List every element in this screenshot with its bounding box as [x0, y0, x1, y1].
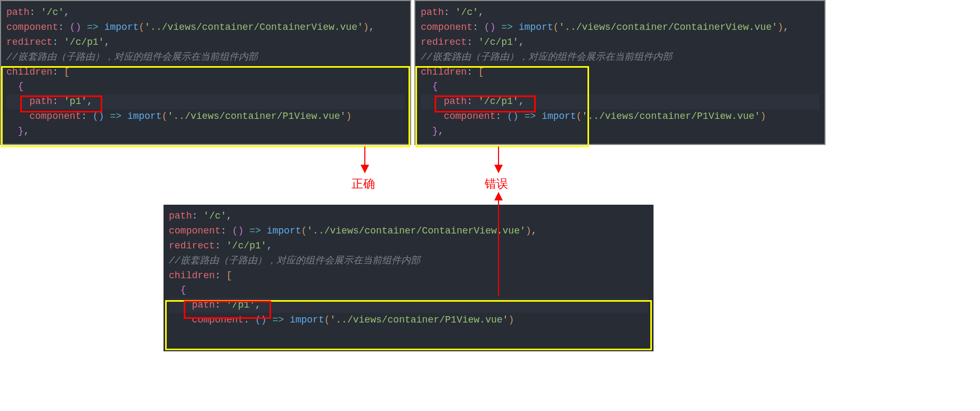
code-line: {: [421, 79, 819, 94]
code-line: path: '/c',: [6, 5, 405, 20]
code-comment: //嵌套路由（子路由），对应的组件会展示在当前组件内部: [169, 254, 648, 269]
code-block-2: path: '/c', component: () => import('../…: [414, 0, 826, 145]
code-line: },: [421, 124, 819, 139]
code-line: {: [6, 79, 405, 94]
code-line: children: [: [169, 269, 648, 284]
code-line: children: [: [421, 65, 819, 80]
code-line: component: () => import('../views/contai…: [421, 20, 819, 35]
code-line: redirect: '/c/p1',: [421, 35, 819, 50]
code-line: path: '/c/p1',: [421, 94, 819, 109]
code-line: component: () => import('../views/contai…: [6, 20, 405, 35]
arrow-down-icon: [360, 147, 370, 173]
code-line: component: () => import('../views/contai…: [6, 109, 405, 124]
code-block-1: path: '/c', component: () => import('../…: [0, 0, 411, 145]
code-line: component: () => import('../views/contai…: [421, 109, 819, 124]
code-block-3: path: '/c', component: () => import('../…: [164, 205, 654, 351]
code-line: path: '/c',: [169, 209, 648, 224]
label-wrong: 错误: [485, 176, 508, 192]
code-line: redirect: '/c/p1',: [169, 239, 648, 254]
code-line: redirect: '/c/p1',: [6, 35, 405, 50]
code-line: path: '/c',: [421, 5, 819, 20]
code-line: component: () => import('../views/contai…: [169, 313, 648, 328]
code-line: component: () => import('../views/contai…: [169, 224, 648, 239]
code-line: path: 'p1',: [6, 94, 405, 109]
code-line: {: [169, 283, 648, 298]
code-line: children: [: [6, 65, 405, 80]
code-comment: //嵌套路由（子路由），对应的组件会展示在当前组件内部: [421, 50, 819, 65]
code-line: path: '/p1',: [169, 298, 648, 313]
label-correct: 正确: [352, 176, 375, 192]
arrow-down-icon: [493, 147, 504, 173]
code-line: },: [6, 124, 405, 139]
code-comment: //嵌套路由（子路由），对应的组件会展示在当前组件内部: [6, 50, 405, 65]
